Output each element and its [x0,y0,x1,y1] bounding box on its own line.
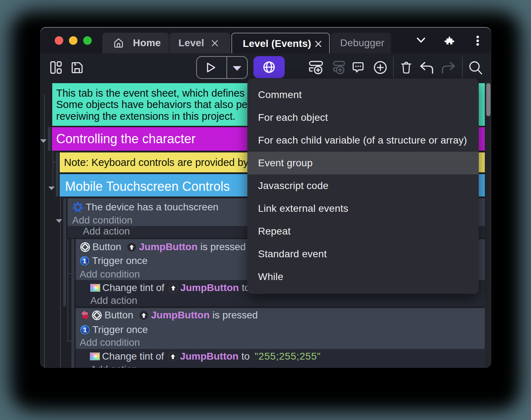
svg-text:1: 1 [83,326,87,334]
svg-text:1: 1 [83,257,87,265]
